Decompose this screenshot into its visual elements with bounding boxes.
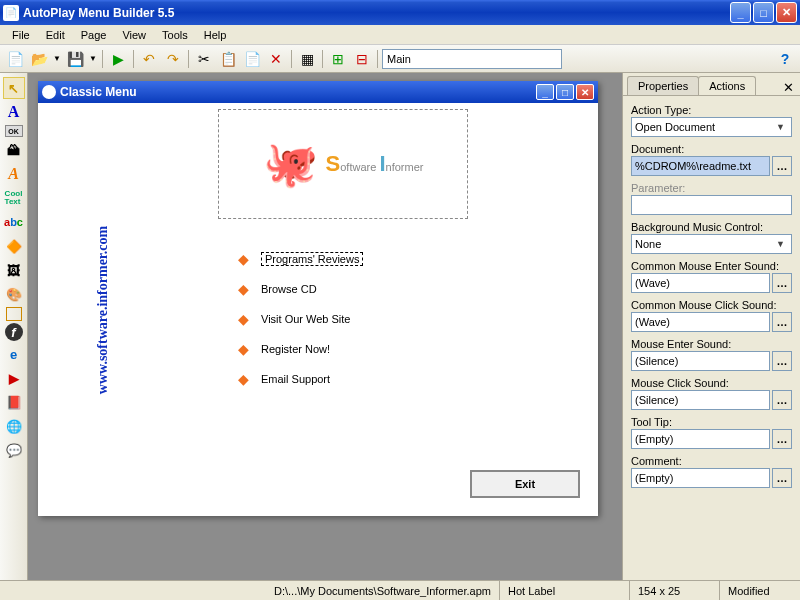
label-tool[interactable]: abc <box>3 211 25 233</box>
pointer-tool[interactable]: ↖ <box>3 77 25 99</box>
text-bold-tool[interactable]: A <box>3 101 25 123</box>
image-tool[interactable]: 🏔 <box>3 139 25 161</box>
pdf-tool[interactable]: 📕 <box>3 391 25 413</box>
grid-button[interactable]: ▦ <box>296 48 318 70</box>
open-button[interactable]: 📂 <box>28 48 50 70</box>
diamond-bullet-icon: ◆ <box>238 311 249 327</box>
document-label: Document: <box>631 143 792 155</box>
tooltip-input[interactable]: (Empty) <box>631 429 770 449</box>
copy-button[interactable]: 📋 <box>217 48 239 70</box>
status-state: Modified <box>720 581 800 600</box>
menu-item-visit-website[interactable]: ◆Visit Our Web Site <box>238 311 363 327</box>
picture-tool[interactable]: 🖼 <box>3 259 25 281</box>
color-tool[interactable]: 🎨 <box>3 283 25 305</box>
list-tool[interactable] <box>6 307 22 321</box>
menu-view[interactable]: View <box>114 27 154 43</box>
tab-properties[interactable]: Properties <box>627 76 699 95</box>
media-tool[interactable]: ▶ <box>3 367 25 389</box>
menu-item-browse-cd[interactable]: ◆Browse CD <box>238 281 363 297</box>
titlebar: 📄 AutoPlay Menu Builder 5.5 _ □ ✕ <box>0 0 800 25</box>
enter-sound-input[interactable]: (Silence) <box>631 351 770 371</box>
bg-music-select[interactable]: None▼ <box>631 234 792 254</box>
shape-tool[interactable]: 🔶 <box>3 235 25 257</box>
open-dropdown[interactable]: ▼ <box>52 48 62 70</box>
menu-file[interactable]: File <box>4 27 38 43</box>
tooltip-label: Tool Tip: <box>631 416 792 428</box>
cool-text-tool[interactable]: CoolText <box>3 187 25 209</box>
exit-button[interactable]: Exit <box>470 470 580 498</box>
design-maximize-button[interactable]: □ <box>556 84 574 100</box>
common-click-sound-browse-button[interactable]: … <box>772 312 792 332</box>
app-icon: 📄 <box>3 5 19 21</box>
click-sound-input[interactable]: (Silence) <box>631 390 770 410</box>
minimize-button[interactable]: _ <box>730 2 751 23</box>
save-dropdown[interactable]: ▼ <box>88 48 98 70</box>
design-titlebar: Classic Menu _ □ ✕ <box>38 81 598 103</box>
comment-label: Comment: <box>631 455 792 467</box>
paste-button[interactable]: 📄 <box>241 48 263 70</box>
document-input[interactable]: %CDROM%\readme.txt <box>631 156 770 176</box>
action-type-select[interactable]: Open Document▼ <box>631 117 792 137</box>
comment-edit-button[interactable]: … <box>772 468 792 488</box>
globe-tool[interactable]: 🌐 <box>3 415 25 437</box>
parameter-input[interactable] <box>631 195 792 215</box>
common-enter-sound-input[interactable]: (Wave) <box>631 273 770 293</box>
tool-palette: ↖ A OK 🏔 A CoolText abc 🔶 🖼 🎨 f e ▶ 📕 🌐 … <box>0 73 28 580</box>
parameter-label: Parameter: <box>631 182 792 194</box>
run-button[interactable]: ▶ <box>107 48 129 70</box>
enter-sound-browse-button[interactable]: … <box>772 351 792 371</box>
tooltip-edit-button[interactable]: … <box>772 429 792 449</box>
delete-button[interactable]: ✕ <box>265 48 287 70</box>
tab-actions[interactable]: Actions <box>698 76 756 95</box>
cut-button[interactable]: ✂ <box>193 48 215 70</box>
comment-input[interactable]: (Empty) <box>631 468 770 488</box>
canvas[interactable]: Classic Menu _ □ ✕ www.software.informer… <box>28 73 622 580</box>
menu-edit[interactable]: Edit <box>38 27 73 43</box>
common-click-sound-input[interactable]: (Wave) <box>631 312 770 332</box>
page-selector-value: Main <box>387 53 411 65</box>
menu-items: ◆Programs' Reviews ◆Browse CD ◆Visit Our… <box>238 237 363 401</box>
save-button[interactable]: 💾 <box>64 48 86 70</box>
diamond-bullet-icon: ◆ <box>238 251 249 267</box>
close-button[interactable]: ✕ <box>776 2 797 23</box>
logo-area[interactable]: 🐙 Software Informer <box>218 109 468 219</box>
bg-music-label: Background Music Control: <box>631 221 792 233</box>
design-minimize-button[interactable]: _ <box>536 84 554 100</box>
menu-item-email-support[interactable]: ◆Email Support <box>238 371 363 387</box>
remove-page-button[interactable]: ⊟ <box>351 48 373 70</box>
menu-help[interactable]: Help <box>196 27 235 43</box>
text-italic-tool[interactable]: A <box>3 163 25 185</box>
panel-close-button[interactable]: ✕ <box>777 80 800 95</box>
status-path: D:\...\My Documents\Software_Informer.ap… <box>266 581 500 600</box>
document-browse-button[interactable]: … <box>772 156 792 176</box>
page-selector[interactable]: Main <box>382 49 562 69</box>
menu-item-register[interactable]: ◆Register Now! <box>238 341 363 357</box>
new-button[interactable]: 📄 <box>4 48 26 70</box>
menu-page[interactable]: Page <box>73 27 115 43</box>
maximize-button[interactable]: □ <box>753 2 774 23</box>
help-button[interactable]: ? <box>774 48 796 70</box>
add-page-button[interactable]: ⊞ <box>327 48 349 70</box>
undo-button[interactable]: ↶ <box>138 48 160 70</box>
octopus-icon: 🐙 <box>263 138 318 190</box>
window-title: AutoPlay Menu Builder 5.5 <box>23 6 730 20</box>
design-body[interactable]: www.software.informer.com 🐙 Software Inf… <box>38 103 598 516</box>
redo-button[interactable]: ↷ <box>162 48 184 70</box>
status-size: 154 x 25 <box>630 581 720 600</box>
chat-tool[interactable]: 💬 <box>3 439 25 461</box>
flash-tool[interactable]: f <box>5 323 23 341</box>
menu-item-programs-reviews[interactable]: ◆Programs' Reviews <box>238 251 363 267</box>
click-sound-browse-button[interactable]: … <box>772 390 792 410</box>
button-tool[interactable]: OK <box>5 125 23 137</box>
action-type-label: Action Type: <box>631 104 792 116</box>
design-window-icon <box>42 85 56 99</box>
common-click-sound-label: Common Mouse Click Sound: <box>631 299 792 311</box>
design-close-button[interactable]: ✕ <box>576 84 594 100</box>
enter-sound-label: Mouse Enter Sound: <box>631 338 792 350</box>
logo-text: Software Informer <box>326 151 424 177</box>
common-enter-sound-browse-button[interactable]: … <box>772 273 792 293</box>
web-tool[interactable]: e <box>3 343 25 365</box>
main-toolbar: 📄 📂 ▼ 💾 ▼ ▶ ↶ ↷ ✂ 📋 📄 ✕ ▦ ⊞ ⊟ Main ? <box>0 45 800 73</box>
menu-tools[interactable]: Tools <box>154 27 196 43</box>
sidebar-url-text[interactable]: www.software.informer.com <box>95 225 111 393</box>
